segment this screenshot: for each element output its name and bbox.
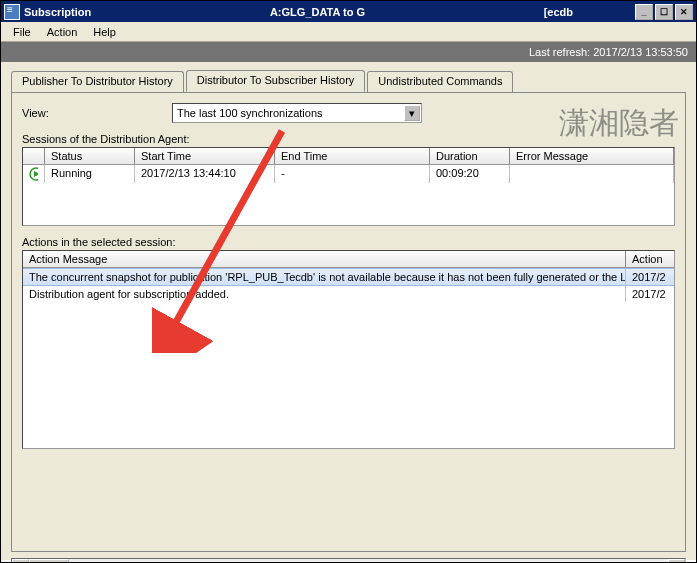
tab-body: 潇湘隐者 View: The last 100 synchronizations… xyxy=(11,92,686,552)
scroll-left-icon[interactable]: ◂ xyxy=(12,559,29,563)
action-row[interactable]: The concurrent snapshot for publication … xyxy=(23,268,674,286)
sessions-header: Status Start Time End Time Duration Erro… xyxy=(23,148,674,165)
menu-help[interactable]: Help xyxy=(85,24,124,40)
last-refresh-label: Last refresh: 2017/2/13 13:53:50 xyxy=(529,46,688,58)
cell-action-message: The concurrent snapshot for publication … xyxy=(23,269,626,285)
col-action-message[interactable]: Action Message xyxy=(23,251,626,267)
chevron-down-icon: ▾ xyxy=(404,105,420,121)
horizontal-scrollbar[interactable]: ◂ ▸ xyxy=(11,558,686,563)
sessions-grid: Status Start Time End Time Duration Erro… xyxy=(22,147,675,226)
tab-distributor-history[interactable]: Distributor To Subscriber History xyxy=(186,70,366,92)
tab-publisher-history[interactable]: Publisher To Distributor History xyxy=(11,71,184,93)
scroll-thumb[interactable] xyxy=(29,559,69,563)
actions-header: Action Message Action xyxy=(23,251,674,268)
title-left: Subscription xyxy=(24,6,91,18)
content-area: Publisher To Distributor History Distrib… xyxy=(1,62,696,560)
scroll-track[interactable] xyxy=(29,559,668,563)
cell-action-message: Distribution agent for subscription adde… xyxy=(23,286,626,302)
view-label: View: xyxy=(22,107,172,119)
col-duration[interactable]: Duration xyxy=(430,148,510,164)
cell-end: - xyxy=(275,165,430,183)
cell-status: Running xyxy=(45,165,135,183)
view-dropdown[interactable]: The last 100 synchronizations ▾ xyxy=(172,103,422,123)
title-center: A:GLG_DATA to G xyxy=(270,6,365,18)
col-icon[interactable] xyxy=(23,148,45,164)
session-row[interactable]: Running 2017/2/13 13:44:10 - 00:09:20 xyxy=(23,165,674,183)
cell-error xyxy=(510,165,674,183)
cell-start: 2017/2/13 13:44:10 xyxy=(135,165,275,183)
col-start[interactable]: Start Time xyxy=(135,148,275,164)
cell-action-time: 2017/2 xyxy=(626,269,674,285)
running-icon xyxy=(23,165,45,183)
scroll-right-icon[interactable]: ▸ xyxy=(668,559,685,563)
col-error[interactable]: Error Message xyxy=(510,148,674,164)
sessions-label: Sessions of the Distribution Agent: xyxy=(22,133,675,145)
col-end[interactable]: End Time xyxy=(275,148,430,164)
close-button[interactable]: ✕ xyxy=(675,4,693,20)
title-right: [ecdb xyxy=(544,6,573,18)
tab-strip: Publisher To Distributor History Distrib… xyxy=(11,70,686,92)
cell-duration: 00:09:20 xyxy=(430,165,510,183)
titlebar: Subscription A:GLG_DATA to G [ecdb _ ☐ ✕ xyxy=(1,1,696,22)
minimize-button[interactable]: _ xyxy=(635,4,653,20)
menubar: File Action Help xyxy=(1,22,696,42)
maximize-button[interactable]: ☐ xyxy=(655,4,673,20)
col-status[interactable]: Status xyxy=(45,148,135,164)
actions-label: Actions in the selected session: xyxy=(22,236,675,248)
tab-label: Publisher To Distributor History xyxy=(22,75,173,87)
refresh-bar: Last refresh: 2017/2/13 13:53:50 xyxy=(1,42,696,62)
svg-marker-1 xyxy=(34,171,38,177)
menu-file[interactable]: File xyxy=(5,24,39,40)
col-action[interactable]: Action xyxy=(626,251,674,267)
menu-action[interactable]: Action xyxy=(39,24,86,40)
actions-grid: Action Message Action The concurrent sna… xyxy=(22,250,675,449)
app-icon xyxy=(4,4,20,20)
tab-label: Undistributed Commands xyxy=(378,75,502,87)
cell-action-time: 2017/2 xyxy=(626,286,674,302)
view-value: The last 100 synchronizations xyxy=(177,107,323,119)
tab-label: Distributor To Subscriber History xyxy=(197,74,355,86)
tab-undistributed-commands[interactable]: Undistributed Commands xyxy=(367,71,513,93)
action-row[interactable]: Distribution agent for subscription adde… xyxy=(23,286,674,302)
